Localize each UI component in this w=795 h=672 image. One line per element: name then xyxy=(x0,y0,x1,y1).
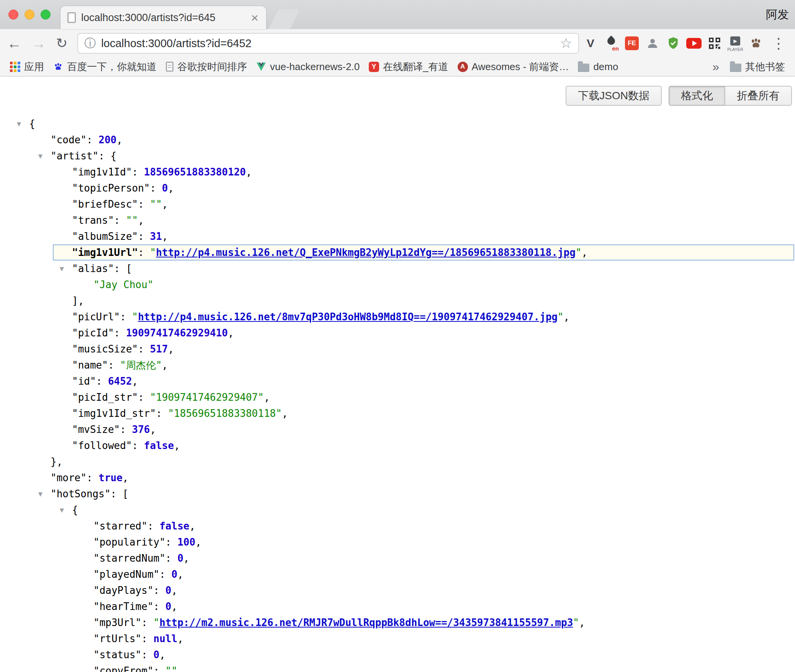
bookmark-baidu[interactable]: 百度一下，你就知道 xyxy=(49,57,161,76)
json-colon: : xyxy=(114,215,126,226)
bookmark-google-sort[interactable]: 谷歌按时间排序 xyxy=(161,57,252,76)
json-key: "img1v1Id_str" xyxy=(72,408,156,419)
json-quote: " xyxy=(132,311,138,323)
bookmarks-overflow-icon[interactable]: » xyxy=(706,60,725,74)
json-line: "img1v1Id_str": "18569651883380118", xyxy=(0,405,795,421)
json-colon: : xyxy=(141,633,153,644)
download-json-button[interactable]: 下载JSON数据 xyxy=(566,86,662,106)
format-button[interactable]: 格式化 xyxy=(669,86,725,106)
json-colon: : xyxy=(114,327,126,339)
bookmark-vue-hackernews[interactable]: vue-hackernews-2.0 xyxy=(252,57,364,76)
json-key: "topicPerson" xyxy=(72,182,150,194)
forward-button: → xyxy=(31,36,46,51)
browser-tab[interactable]: localhost:3000/artists?id=645 × xyxy=(61,6,266,29)
bookmark-youdao-translate[interactable]: Y 在线翻译_有道 xyxy=(364,57,453,76)
json-colon: : xyxy=(156,408,168,419)
json-tree: ▼{"code": 200,▼"artist": {"img1v1Id": 18… xyxy=(0,116,795,672)
json-value: true xyxy=(98,472,123,484)
json-value: 19097417462929410 xyxy=(126,327,228,339)
json-value: 100 xyxy=(177,536,195,548)
json-line: ▼"artist": { xyxy=(0,148,795,164)
zoom-window-button[interactable] xyxy=(41,10,51,20)
url-text[interactable]: localhost:3000/artists?id=6452 xyxy=(101,37,555,50)
page-content: 下载JSON数据 格式化 折叠所有 ▼{"code": 200,▼"artist… xyxy=(0,77,795,672)
json-link[interactable]: http://p4.music.126.net/8mv7qP30Pd3oHW8b… xyxy=(138,311,558,323)
json-key: "followed" xyxy=(72,440,132,451)
player-extension-icon[interactable]: ▶ PLAYER xyxy=(728,34,743,52)
shield-extension-icon[interactable] xyxy=(666,34,681,52)
json-comma: , xyxy=(138,215,144,226)
json-comma: , xyxy=(177,665,183,672)
json-value: 200 xyxy=(98,134,116,146)
json-line: ▼{ xyxy=(0,502,795,518)
bookmark-star-icon[interactable]: ☆ xyxy=(560,36,572,50)
json-comma: , xyxy=(123,472,129,484)
translate-extension-icon[interactable]: en xyxy=(604,34,619,52)
qr-code-icon xyxy=(708,37,721,49)
user-silhouette-extension-icon[interactable] xyxy=(645,34,660,52)
paw-extension-icon[interactable] xyxy=(748,34,764,52)
json-comma: , xyxy=(189,520,195,532)
collapse-arrow[interactable]: ▼ xyxy=(15,116,29,132)
address-bar[interactable]: ⓘ localhost:3000/artists?id=6452 ☆ xyxy=(77,33,579,54)
qr-code-extension-icon[interactable] xyxy=(707,34,722,52)
json-line: "rtUrls": null, xyxy=(0,631,795,647)
json-link[interactable]: http://m2.music.126.net/RMJR7wDullRqppBk… xyxy=(159,617,573,628)
shield-icon xyxy=(667,37,679,50)
json-comma: , xyxy=(162,231,168,242)
json-comma: , xyxy=(564,311,570,323)
bookmark-awesomes[interactable]: A Awesomes - 前端资… xyxy=(453,57,574,76)
json-colon: : xyxy=(138,343,150,355)
json-line: "topicPerson": 0, xyxy=(0,180,795,196)
profile-name-button[interactable]: 阿发 xyxy=(766,0,789,29)
back-button[interactable]: ← xyxy=(7,36,21,51)
vimium-extension-icon[interactable]: V xyxy=(583,34,598,52)
collapse-arrow[interactable]: ▼ xyxy=(37,148,51,164)
bookmark-demo-folder[interactable]: demo xyxy=(573,57,623,76)
fe-extension-icon[interactable]: FE xyxy=(624,34,640,52)
extensions-area: V en FE ▶ PLAYER xyxy=(583,34,788,52)
bookmark-apps[interactable]: 应用 xyxy=(5,57,49,76)
minimize-window-button[interactable] xyxy=(25,10,34,20)
youtube-extension-icon[interactable] xyxy=(686,34,702,52)
json-colon: : xyxy=(114,263,126,274)
json-key: "code" xyxy=(51,134,87,146)
folder-icon xyxy=(578,64,589,72)
new-tab-button[interactable] xyxy=(268,9,299,29)
json-line: "code": 200, xyxy=(0,132,795,148)
json-value: false xyxy=(159,520,189,532)
collapse-arrow[interactable]: ▼ xyxy=(37,486,51,502)
json-line: "picUrl": "http://p4.music.126.net/8mv7q… xyxy=(0,309,795,325)
collapse-all-button[interactable]: 折叠所有 xyxy=(725,86,792,106)
json-comma: , xyxy=(246,166,252,178)
json-colon: : xyxy=(87,472,98,484)
json-comma: , xyxy=(264,392,270,403)
folder-icon xyxy=(730,64,741,72)
json-comma: , xyxy=(195,536,201,548)
json-line: "playedNum": 0, xyxy=(0,566,795,582)
json-comma: , xyxy=(162,198,168,210)
json-value: 0 xyxy=(154,649,160,661)
page-info-icon[interactable]: ⓘ xyxy=(84,38,96,49)
json-line: "dayPlays": 0, xyxy=(0,582,795,598)
pen-nib-icon xyxy=(606,36,617,46)
other-bookmarks-folder[interactable]: 其他书签 xyxy=(725,60,790,74)
json-colon: : xyxy=(96,375,108,387)
json-value: 31 xyxy=(150,231,162,242)
json-quote: " xyxy=(576,247,582,258)
json-line: "starred": false, xyxy=(0,518,795,534)
json-link[interactable]: http://p4.music.126.net/Q_ExePNkmgB2yWyL… xyxy=(156,247,576,258)
collapse-arrow[interactable]: ▼ xyxy=(58,261,72,277)
close-window-button[interactable] xyxy=(8,10,18,20)
collapse-arrow[interactable]: ▼ xyxy=(58,502,72,518)
json-colon: : xyxy=(108,359,120,371)
json-key: "albumSize" xyxy=(72,231,138,242)
browser-menu-icon[interactable]: ⋮ xyxy=(769,36,788,51)
json-punct: { xyxy=(72,504,78,516)
tab-close-icon[interactable]: × xyxy=(250,11,259,24)
reload-button[interactable]: ↻ xyxy=(56,36,67,50)
awesomes-icon: A xyxy=(458,62,468,72)
json-string: "Jay Chou" xyxy=(93,279,154,290)
json-value: 0 xyxy=(162,182,168,194)
window-controls xyxy=(8,10,51,20)
